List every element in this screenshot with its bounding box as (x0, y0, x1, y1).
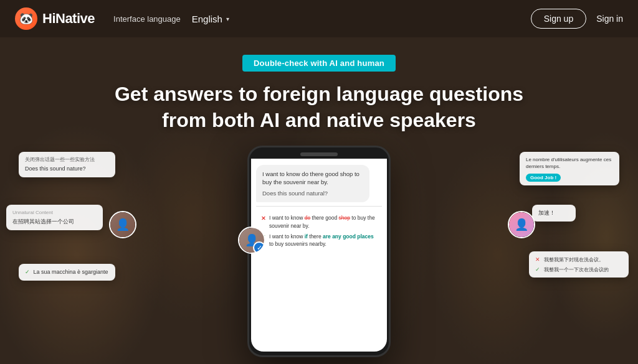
hero-title-line2: from both AI and native speakers (162, 109, 476, 131)
correction-wrong-line: ✕ I want to know do there good shop to b… (261, 214, 377, 230)
phone-notch (300, 152, 338, 156)
chinese-bottom-line2: ✓ 我整我一个一下次在洗会议的 (535, 266, 622, 274)
hero-section: Double-check with AI and human Get answe… (0, 37, 638, 133)
hero-title-line1: Get answers to foreign language question… (115, 83, 523, 105)
logo-hi: Hi (42, 11, 55, 26)
avatar-face-right: 👤 (509, 212, 534, 237)
correction-wrong-text: I want to know do there good shop to buy… (269, 214, 377, 230)
hero-title: Get answers to foreign language question… (115, 82, 523, 133)
avatar-phone-left: 👤 ✓ (238, 226, 265, 254)
check-icon: ✓ (25, 269, 30, 275)
question-text: I want to know do there good shop to buy… (262, 170, 363, 187)
phone-mockup: I want to know do there good shop to buy… (247, 146, 391, 357)
correction-block: ✕ I want to know do there good shop to b… (256, 210, 382, 254)
chinese-bottom-line1: ✕ 我整我第下封现在洗会议。 (535, 256, 622, 264)
x-icon: ✕ (261, 215, 266, 223)
avatar-left: 👤 (109, 211, 136, 238)
correction-right-line: ✓ I want to know if there are any good p… (261, 233, 377, 249)
good-job-badge: Good Job ! (526, 174, 561, 182)
phone-screen: I want to know do there good shop to buy… (251, 159, 387, 352)
correction-right-text: I want to know if there are any good pla… (269, 233, 377, 249)
float-card-unnatural: Unnatural Content 在招聘其站选择一个公司 (6, 205, 103, 230)
phone-area: 关闭弹出话题一些一些实验方法 Does this sound nature? U… (0, 146, 638, 326)
float-card-text1: 关闭弹出话题一些一些实验方法 (25, 156, 109, 163)
chat-bubble-question: I want to know do there good shop to buy… (256, 165, 369, 202)
jiasu-text: 加速！ (538, 210, 555, 216)
float-card-jiasu: 加速！ (532, 205, 576, 222)
logo-native: Native (55, 11, 95, 26)
avatar-face-left: 👤 (110, 212, 135, 237)
signin-button[interactable]: Sign in (596, 14, 623, 24)
unnatural-label: Unnatural Content (12, 209, 97, 216)
chevron-down-icon: ▾ (226, 16, 229, 22)
header-middle: Interface language English ▾ (113, 11, 234, 27)
float-card-chinese-top: 关闭弹出话题一些一些实验方法 Does this sound nature? (19, 152, 115, 177)
logo-emoji: 🐼 (19, 12, 33, 26)
unnatural-text: 在招聘其站选择一个公司 (12, 218, 97, 226)
question-subtext: Does this sound natural? (262, 189, 363, 197)
float-card-italian: ✓ La sua macchina è sgargiante (19, 264, 115, 281)
italian-text: La sua macchina è sgargiante (34, 269, 108, 275)
language-selector[interactable]: English ▾ (187, 11, 234, 27)
x-icon-bottom: ✕ (535, 256, 540, 263)
float-card-text2: Does this sound nature? (25, 165, 109, 173)
float-card-french: Le nombre d'utilisateurs augmente ces de… (520, 152, 619, 185)
interface-language-label: Interface language (113, 14, 181, 24)
header-right: Sign up Sign in (531, 9, 623, 29)
chinese-text-line1: 我整我第下封现在洗会议。 (544, 257, 604, 263)
header: 🐼 HiNative Interface language English ▾ … (0, 0, 638, 37)
ai-badge: Double-check with AI and human (242, 55, 396, 72)
french-text1: Le nombre d'utilisateurs augmente ces de… (526, 156, 613, 170)
check-icon-bottom: ✓ (535, 266, 540, 273)
float-card-chinese-bottom: ✕ 我整我第下封现在洗会议。 ✓ 我整我一个一下次在洗会议的 (529, 251, 629, 278)
signup-button[interactable]: Sign up (531, 9, 586, 29)
avatar-right: 👤 (508, 211, 535, 238)
chat-divider (256, 206, 382, 207)
selected-language: English (192, 14, 222, 24)
logo-area: 🐼 HiNative (15, 7, 95, 30)
chinese-text-line2: 我整我一个一下次在洗会议的 (544, 267, 609, 273)
logo-icon: 🐼 (15, 7, 37, 30)
good-job-badge-area: Good Job ! (526, 174, 613, 182)
logo-text: HiNative (42, 11, 95, 27)
